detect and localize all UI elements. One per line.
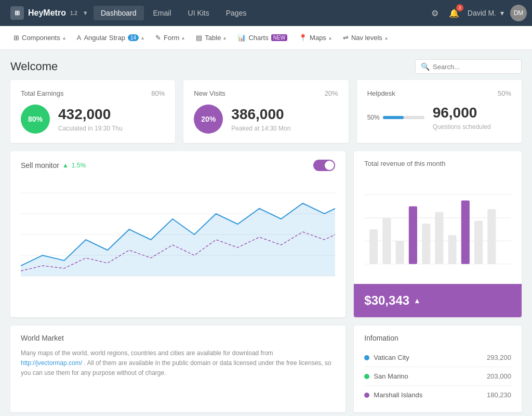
sell-monitor-title: Sell monitor ▲ 1.5% — [21, 161, 86, 170]
svg-rect-10 — [383, 218, 391, 264]
nav-link-ui-kits[interactable]: UI Kits — [181, 6, 217, 20]
stats-row: Total Earnings 80% 80% 432,000 Caculated… — [10, 80, 522, 143]
info-value-vatican: 293,200 — [487, 354, 511, 361]
stat-info: 432,000 Caculated in 19:30 Thu — [58, 106, 123, 132]
info-country: Vatican City — [364, 354, 409, 361]
user-name: David M. — [468, 9, 496, 17]
comp-nav-label: Table — [205, 34, 221, 42]
comp-nav-chevron-icon: ▴ — [385, 35, 388, 41]
stat-info: 386,000 Peaked at 14:30 Mon — [231, 106, 290, 132]
comp-nav-label: Maps — [310, 34, 326, 42]
toggle-knob — [325, 161, 334, 170]
comp-nav-item-maps[interactable]: 📍 Maps ▴ — [294, 31, 337, 45]
brand-version: 1.2 — [70, 10, 77, 16]
avatar[interactable]: DM — [510, 5, 527, 21]
stat-card-new-visits: New Visits 20% 20% 386,000 Peaked at 14:… — [183, 80, 348, 143]
form-icon: ✎ — [155, 34, 161, 42]
brand-logo[interactable]: ⊞ HeyMetro1.2 ▾ — [5, 6, 94, 20]
svg-rect-16 — [461, 201, 470, 264]
brand-name: HeyMetro — [28, 8, 66, 18]
information-card: Infomation Vatican City 293,200 San Mari… — [354, 326, 522, 412]
stat-sub: Questions scheduled — [433, 123, 491, 131]
comp-nav-item-table[interactable]: ▤ Table ▴ — [191, 31, 231, 45]
revenue-amount: $30,343 — [364, 293, 409, 308]
comp-nav-item-charts[interactable]: 📊 Charts NEW — [232, 31, 292, 45]
stat-card-total-earnings: Total Earnings 80% 80% 432,000 Caculated… — [10, 80, 175, 143]
stat-card-header: Helpdesk 50% — [367, 89, 511, 97]
stat-card-header: Total Earnings 80% — [21, 89, 165, 97]
angular-strap-badge: 14 — [128, 34, 139, 41]
maps-icon: 📍 — [299, 34, 307, 42]
top-nav: ⊞ HeyMetro1.2 ▾ Dashboard Email UI Kits … — [0, 0, 532, 26]
settings-button[interactable]: ⚙ — [429, 6, 441, 20]
charts-icon: 📊 — [237, 34, 246, 42]
info-row-marshall: Marshall Islands 180,230 — [364, 386, 511, 404]
search-box[interactable]: 🔍 — [415, 59, 522, 74]
nav-levels-icon: ⇌ — [343, 34, 349, 42]
stat-card-helpdesk: Helpdesk 50% 50% 96,000 Questions schedu… — [357, 80, 522, 143]
info-dot-marshall — [364, 393, 369, 398]
comp-nav-chevron-icon: ▴ — [182, 35, 184, 41]
sell-monitor-card: Sell monitor ▲ 1.5% — [10, 151, 345, 317]
revenue-chart-area — [364, 172, 511, 276]
components-icon: ⊞ — [14, 34, 19, 42]
brand-chevron-icon: ▾ — [84, 9, 87, 17]
stat-card-body: 50% 96,000 Questions scheduled — [367, 105, 511, 131]
stat-sub: Caculated in 19:30 Thu — [58, 125, 123, 132]
nav-link-email[interactable]: Email — [146, 6, 179, 20]
brand-icon: ⊞ — [10, 6, 24, 20]
user-chevron-icon: ▾ — [500, 9, 504, 17]
sell-monitor-toggle[interactable] — [313, 160, 335, 171]
sell-monitor-header: Sell monitor ▲ 1.5% — [21, 160, 335, 171]
comp-nav-item-components[interactable]: ⊞ Components ▴ — [8, 31, 71, 45]
comp-nav-label: Form — [164, 34, 179, 42]
stat-card-body: 20% 386,000 Peaked at 14:30 Mon — [194, 105, 338, 134]
stat-card-header: New Visits 20% — [194, 89, 338, 97]
nav-link-dashboard[interactable]: Dashboard — [94, 6, 144, 20]
world-market-link[interactable]: http://jvectormap.com/ — [21, 359, 82, 367]
world-market-desc: Many maps of the world, world regions, c… — [21, 348, 335, 379]
comp-nav-item-nav-levels[interactable]: ⇌ Nav levels ▴ — [338, 31, 393, 45]
stat-sub: Peaked at 14:30 Mon — [231, 125, 290, 132]
trend-pct: 1.5% — [72, 162, 86, 169]
top-nav-links: Dashboard Email UI Kits Pages — [94, 6, 429, 20]
stat-info: 96,000 Questions scheduled — [433, 105, 491, 131]
comp-nav-label: Nav levels — [351, 34, 382, 42]
comp-nav-chevron-icon: ▴ — [223, 35, 226, 41]
info-country: Marshall Islands — [364, 391, 422, 399]
stat-pct: 50% — [498, 89, 511, 97]
stat-title: Helpdesk — [367, 89, 395, 97]
revenue-title: Total revenue of this month — [364, 160, 511, 167]
table-icon: ▤ — [196, 34, 202, 42]
comp-nav: ⊞ Components ▴ A Angular Strap 14 ▴ ✎ Fo… — [0, 26, 532, 50]
progress-bar-track — [383, 116, 424, 119]
svg-rect-18 — [488, 209, 496, 264]
notifications-button[interactable]: 🔔 3 — [447, 6, 461, 20]
comp-nav-chevron-icon: ▴ — [329, 35, 331, 41]
helpdesk-pct-label: 50% — [367, 114, 380, 121]
user-menu[interactable]: David M. ▾ — [468, 9, 504, 17]
sell-monitor-label: Sell monitor — [21, 161, 59, 170]
revenue-arrow-icon: ▲ — [414, 296, 421, 305]
info-dot-san-marino — [364, 374, 369, 379]
stat-card-body: 80% 432,000 Caculated in 19:30 Thu — [21, 105, 165, 134]
info-value-san-marino: 203,000 — [487, 372, 511, 380]
comp-nav-chevron-icon: ▴ — [141, 35, 144, 41]
info-row-vatican: Vatican City 293,200 — [364, 348, 511, 367]
stat-value: 96,000 — [433, 105, 491, 121]
svg-rect-11 — [396, 241, 404, 264]
svg-rect-14 — [435, 212, 444, 264]
top-nav-right: ⚙ 🔔 3 David M. ▾ DM — [429, 5, 527, 21]
progress-bar-fill — [383, 116, 404, 119]
nav-link-pages[interactable]: Pages — [219, 6, 254, 20]
info-country: San Marino — [364, 372, 408, 380]
world-market-card: World Market Many maps of the world, wor… — [10, 326, 345, 412]
comp-nav-label: Components — [22, 34, 60, 42]
comp-nav-item-angular-strap[interactable]: A Angular Strap 14 ▴ — [72, 31, 149, 45]
world-market-title: World Market — [21, 334, 335, 342]
search-input[interactable] — [433, 63, 516, 71]
svg-rect-12 — [409, 206, 417, 264]
comp-nav-item-form[interactable]: ✎ Form ▴ — [150, 31, 190, 45]
comp-nav-label: Angular Strap — [84, 34, 125, 42]
progress-circle-earnings: 80% — [21, 105, 50, 134]
